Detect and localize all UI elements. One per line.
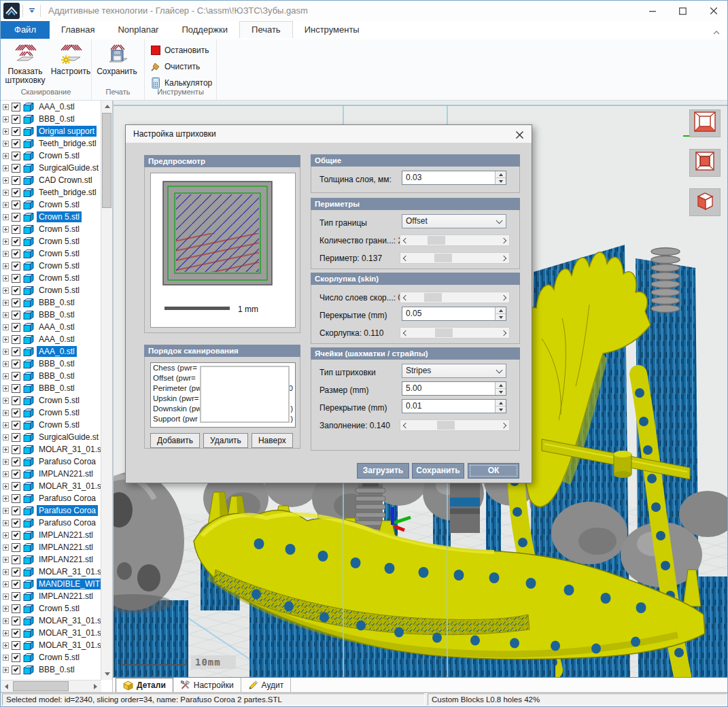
checkbox[interactable]: [12, 139, 20, 148]
quick-access-pin-icon[interactable]: [28, 7, 36, 17]
slider-right-icon[interactable]: [500, 328, 509, 338]
checkbox[interactable]: [12, 360, 20, 368]
checkbox[interactable]: [12, 335, 20, 344]
ribbon-tab-печать[interactable]: Печать: [239, 21, 293, 38]
tree-item[interactable]: AAA_0.stl: [1, 345, 101, 358]
bottom-tab-детали[interactable]: Детали: [116, 678, 173, 692]
expand-icon[interactable]: [3, 447, 9, 453]
tree-item[interactable]: Parafuso Coroa: [1, 492, 101, 504]
tree-item[interactable]: Parafuso Coroa: [1, 517, 101, 529]
checkbox[interactable]: [12, 396, 20, 405]
checkbox[interactable]: [12, 506, 20, 515]
slider-right-icon[interactable]: [500, 292, 509, 303]
checkbox[interactable]: [12, 274, 20, 283]
tree-item[interactable]: AAA_0.stl: [1, 333, 101, 345]
spin-input[interactable]: 0.05: [402, 307, 506, 321]
slider-left-icon[interactable]: [400, 420, 410, 430]
spin-up-icon[interactable]: [496, 171, 506, 178]
tree-item[interactable]: MOLAR_31_01.s: [1, 627, 101, 639]
checkbox[interactable]: [12, 617, 20, 625]
checkbox[interactable]: [12, 262, 20, 271]
ribbon-tab-файл[interactable]: Файл: [1, 21, 50, 39]
tree-item[interactable]: BBB_0.stl: [1, 663, 101, 676]
checkbox[interactable]: [12, 225, 20, 234]
scan-order-button[interactable]: Удалить: [203, 433, 248, 448]
maximize-button[interactable]: [668, 1, 698, 21]
checkbox[interactable]: [12, 641, 20, 650]
checkbox[interactable]: [12, 421, 20, 430]
scroll-down-icon[interactable]: [101, 668, 113, 680]
expand-icon[interactable]: [3, 642, 9, 649]
expand-icon[interactable]: [3, 410, 9, 416]
expand-icon[interactable]: [3, 324, 9, 330]
slider[interactable]: [400, 252, 510, 264]
slider-right-icon[interactable]: [500, 235, 509, 245]
checkbox[interactable]: [12, 531, 20, 540]
tree-item[interactable]: Crown 5.stl: [1, 223, 101, 235]
slider-thumb[interactable]: [434, 254, 452, 262]
expand-icon[interactable]: [3, 532, 9, 538]
tree-horizontal-scrollbar[interactable]: [1, 680, 101, 692]
checkbox[interactable]: [12, 458, 20, 466]
view-box-iso-button[interactable]: [689, 188, 721, 216]
tree-item[interactable]: AAA_0.stl: [1, 321, 101, 333]
checkbox[interactable]: [12, 249, 20, 258]
ribbon-collapse-icon[interactable]: [712, 28, 721, 37]
spin-up-icon[interactable]: [496, 400, 506, 407]
checkbox[interactable]: [12, 286, 20, 295]
expand-icon[interactable]: [3, 116, 9, 122]
slider-thumb[interactable]: [428, 236, 445, 245]
expand-icon[interactable]: [3, 496, 9, 502]
slider[interactable]: [400, 292, 510, 303]
checkbox[interactable]: [12, 543, 20, 552]
spin-up-icon[interactable]: [496, 382, 506, 389]
expand-icon[interactable]: [3, 263, 9, 269]
checkbox[interactable]: [12, 482, 20, 491]
checkbox[interactable]: [12, 519, 20, 528]
scrollbar-thumb[interactable]: [102, 113, 111, 208]
ribbon-button[interactable]: Настроить: [48, 42, 93, 76]
tree-item[interactable]: IMPLAN221.stl: [1, 541, 101, 553]
slider-right-icon[interactable]: [500, 420, 509, 430]
spin-value[interactable]: 0.05: [402, 307, 495, 320]
tree-item[interactable]: Teeth_bridge.stl: [1, 137, 101, 150]
checkbox[interactable]: [12, 298, 20, 307]
tree-item[interactable]: Crown 5.stl: [1, 407, 101, 419]
tree-vertical-scrollbar[interactable]: [101, 101, 112, 680]
spin-input[interactable]: 0.01: [402, 399, 506, 413]
tree-item[interactable]: Parafuso Coroa: [1, 455, 101, 468]
expand-icon[interactable]: [3, 141, 9, 147]
tree-item[interactable]: Parafuso Coroa: [1, 504, 101, 517]
ribbon-button[interactable]: Очистить: [150, 60, 200, 73]
ribbon-button[interactable]: Показать штриховку: [3, 42, 47, 85]
tree-item[interactable]: BBB_0.stl: [1, 113, 101, 125]
checkbox[interactable]: [12, 384, 20, 393]
tree-item[interactable]: AAA_0.stl: [1, 101, 101, 113]
slider-right-icon[interactable]: [500, 253, 509, 263]
checkbox[interactable]: [12, 213, 20, 222]
tree-item[interactable]: Crown 5.stl: [1, 394, 101, 407]
slider-left-icon[interactable]: [400, 253, 410, 263]
tree-item[interactable]: CAD Crown.stl: [1, 174, 101, 186]
expand-icon[interactable]: [3, 569, 9, 575]
spin-down-icon[interactable]: [496, 178, 506, 184]
ribbon-tab-главная[interactable]: Главная: [50, 21, 106, 39]
expand-icon[interactable]: [3, 606, 9, 612]
ribbon-tab-поддержки[interactable]: Поддержки: [170, 21, 239, 39]
checkbox[interactable]: [12, 237, 20, 246]
expand-icon[interactable]: [3, 385, 9, 392]
checkbox[interactable]: [12, 323, 20, 332]
expand-icon[interactable]: [3, 459, 9, 465]
expand-icon[interactable]: [3, 312, 9, 318]
expand-icon[interactable]: [3, 104, 9, 110]
checkbox[interactable]: [12, 494, 20, 503]
expand-icon[interactable]: [3, 153, 9, 159]
tree-item[interactable]: MANDIBLE_WIT: [1, 578, 101, 590]
checkbox[interactable]: [12, 445, 20, 454]
checkbox[interactable]: [12, 653, 20, 662]
expand-icon[interactable]: [3, 545, 9, 551]
checkbox[interactable]: [12, 372, 20, 381]
tree-item[interactable]: MOLAR_31_01.s: [1, 639, 101, 651]
expand-icon[interactable]: [3, 275, 9, 281]
spin-value[interactable]: 0.03: [402, 171, 495, 184]
